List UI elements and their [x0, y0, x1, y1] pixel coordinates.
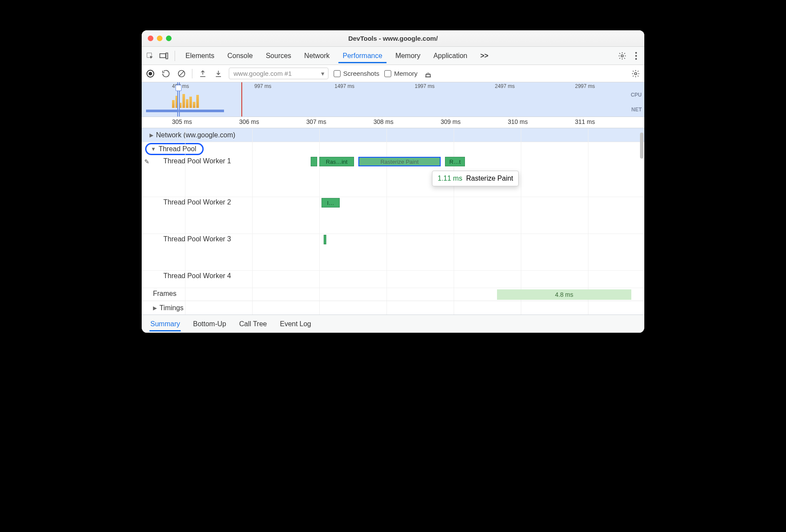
svg-point-3 — [621, 55, 624, 57]
memory-label: Memory — [394, 70, 417, 77]
lane-worker-2: Thread Pool Worker 2 I… — [142, 197, 644, 234]
ruler-tick: 306 ms — [239, 118, 259, 125]
overview-cpu-label: CPU — [631, 92, 642, 98]
scroll-thumb[interactable] — [640, 133, 643, 159]
checkbox-icon — [334, 70, 341, 77]
overview-tick: 997 ms — [254, 83, 271, 89]
clear-button[interactable] — [176, 68, 187, 79]
overview-tick: 1497 ms — [335, 83, 354, 89]
svg-point-10 — [635, 72, 637, 75]
screenshots-label: Screenshots — [343, 70, 379, 77]
svg-point-4 — [635, 52, 637, 54]
overview-tick: 1997 ms — [415, 83, 435, 89]
tooltip-duration: 1.11 ms — [438, 175, 462, 182]
edit-icon[interactable]: ✎ — [144, 158, 149, 165]
lane-worker-4: Thread Pool Worker 4 — [142, 271, 644, 288]
flamechart-area[interactable]: ▶ Network (ww.google.com) ▼ Thread Pool … — [142, 128, 644, 315]
lane-worker-1: ✎ Thread Pool Worker 1 Ras…int Rasterize… — [142, 156, 644, 197]
memory-toggle[interactable]: Memory — [384, 70, 417, 77]
upload-profile-button[interactable] — [198, 68, 208, 79]
selection-handle-right[interactable] — [175, 85, 182, 91]
task-bar[interactable]: Ras…int — [319, 157, 354, 166]
device-toggle-icon[interactable] — [159, 51, 169, 61]
ruler-tick: 308 ms — [374, 118, 393, 125]
worker2-label: Thread Pool Worker 2 — [163, 198, 231, 206]
tabs-overflow[interactable]: >> — [476, 49, 493, 63]
tab-application[interactable]: Application — [429, 49, 471, 63]
time-ruler[interactable]: 305 ms 306 ms 307 ms 308 ms 309 ms 310 m… — [142, 117, 644, 128]
tab-performance[interactable]: Performance — [338, 49, 387, 63]
window-title: DevTools - www.google.com/ — [348, 35, 438, 42]
ruler-tick: 310 ms — [508, 118, 528, 125]
svg-line-8 — [179, 71, 184, 76]
svg-point-6 — [635, 58, 637, 60]
close-window-button[interactable] — [148, 36, 153, 41]
devtools-window: DevTools - www.google.com/ Elements Cons… — [142, 30, 644, 333]
checkbox-icon — [384, 70, 391, 77]
timeline-overview[interactable]: 497 ms 997 ms 1497 ms 1997 ms 2497 ms 29… — [142, 82, 644, 117]
lane-worker-3: Thread Pool Worker 3 — [142, 234, 644, 271]
overview-net-label: NET — [631, 107, 642, 113]
ruler-tick: 311 ms — [575, 118, 595, 125]
tab-network[interactable]: Network — [300, 49, 334, 63]
details-tabs: Summary Bottom-Up Call Tree Event Log — [142, 315, 644, 333]
settings-gear-icon[interactable] — [617, 51, 627, 61]
zoom-window-button[interactable] — [166, 36, 172, 41]
details-tab-bottom-up[interactable]: Bottom-Up — [192, 317, 227, 331]
svg-rect-2 — [166, 53, 168, 58]
overview-tick: 2497 ms — [495, 83, 515, 89]
task-bar-selected[interactable]: Rasterize Paint — [358, 157, 441, 166]
overview-selection[interactable] — [177, 82, 180, 117]
svg-point-5 — [635, 55, 637, 57]
overview-tick: 2997 ms — [575, 83, 595, 89]
reload-record-button[interactable] — [161, 68, 171, 79]
performance-toolbar: www.google.com #1 Screenshots Memory — [142, 65, 644, 82]
window-controls — [148, 36, 172, 41]
kebab-menu-icon[interactable] — [631, 51, 641, 61]
worker1-label: Thread Pool Worker 1 — [163, 157, 231, 165]
main-tabs: Elements Console Sources Network Perform… — [142, 47, 644, 65]
frame-bar[interactable]: 4.8 ms — [497, 289, 631, 300]
overview-network-bar — [146, 110, 224, 112]
profile-select[interactable]: www.google.com #1 — [229, 68, 328, 79]
task-bar[interactable]: I… — [322, 198, 340, 208]
overview-marker — [241, 82, 242, 117]
details-tab-call-tree[interactable]: Call Tree — [238, 317, 268, 331]
worker4-label: Thread Pool Worker 4 — [163, 272, 231, 280]
task-bar[interactable]: R…t — [445, 157, 465, 166]
frames-label: Frames — [153, 290, 176, 298]
titlebar: DevTools - www.google.com/ — [142, 30, 644, 47]
inspect-icon[interactable] — [145, 51, 155, 61]
frames-track[interactable]: Frames 4.8 ms — [142, 288, 644, 301]
tab-memory[interactable]: Memory — [391, 49, 425, 63]
ruler-tick: 305 ms — [172, 118, 192, 125]
tooltip-name: Rasterize Paint — [466, 175, 513, 182]
record-button[interactable] — [145, 68, 156, 79]
details-tab-summary[interactable]: Summary — [149, 317, 181, 331]
tab-console[interactable]: Console — [223, 49, 257, 63]
ruler-tick: 309 ms — [441, 118, 461, 125]
vertical-scrollbar[interactable] — [639, 128, 643, 315]
screenshots-toggle[interactable]: Screenshots — [334, 70, 379, 77]
svg-rect-9 — [426, 74, 430, 77]
tab-elements[interactable]: Elements — [181, 49, 219, 63]
tab-sources[interactable]: Sources — [261, 49, 296, 63]
worker3-label: Thread Pool Worker 3 — [163, 235, 231, 243]
garbage-collect-button[interactable] — [423, 68, 433, 79]
minimize-window-button[interactable] — [157, 36, 162, 41]
download-profile-button[interactable] — [213, 68, 224, 79]
tab-separator — [175, 51, 175, 61]
ruler-tick: 307 ms — [306, 118, 326, 125]
details-tab-event-log[interactable]: Event Log — [279, 317, 312, 331]
task-bar[interactable] — [324, 235, 326, 244]
task-tooltip: 1.11 ms Rasterize Paint — [432, 171, 519, 186]
svg-rect-1 — [160, 54, 166, 58]
capture-settings-gear-icon[interactable] — [630, 68, 641, 79]
task-bar[interactable] — [311, 157, 317, 166]
overview-activity — [172, 94, 199, 108]
